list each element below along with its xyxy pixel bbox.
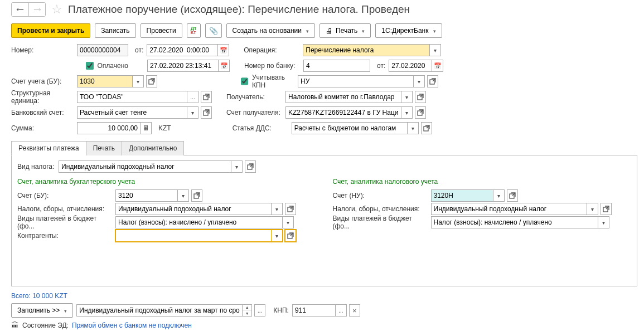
- paid-checkbox[interactable]: [86, 62, 94, 70]
- kpn-nu-open[interactable]: [427, 75, 438, 87]
- tax-kind-open[interactable]: [245, 160, 256, 173]
- budget-a-input[interactable]: [115, 216, 283, 228]
- number-input[interactable]: [77, 44, 128, 56]
- recipient-account-input[interactable]: [285, 106, 401, 119]
- budget-b-dropdown[interactable]: ▾: [598, 216, 609, 228]
- calc-icon: [143, 124, 149, 132]
- create-based-button[interactable]: Создать на основании: [226, 23, 316, 38]
- date-input[interactable]: [147, 44, 218, 56]
- acct-bu-dropdown[interactable]: ▾: [178, 189, 189, 202]
- taxes-a-input[interactable]: [115, 203, 272, 215]
- contr-dropdown[interactable]: ▾: [272, 230, 283, 242]
- recipient-account-dropdown[interactable]: ▾: [401, 106, 413, 119]
- taxes-b-input[interactable]: [431, 203, 587, 215]
- clear-icon: [352, 306, 357, 315]
- amount-input[interactable]: [77, 122, 141, 134]
- arrow-left-icon: [16, 5, 24, 14]
- knp-input[interactable]: [292, 304, 336, 317]
- recipient-input[interactable]: [285, 91, 401, 103]
- taxes-a-dropdown[interactable]: ▾: [272, 203, 283, 215]
- fill-button[interactable]: Заполнить >>: [11, 303, 73, 318]
- bank-account-dropdown[interactable]: ▾: [187, 106, 198, 119]
- kpn-nu-dropdown[interactable]: ▾: [414, 75, 425, 87]
- direct-bank-button[interactable]: 1С:ДиректБанк: [375, 23, 442, 38]
- acct-nu-open[interactable]: [507, 189, 518, 202]
- open-ext-icon: [429, 78, 436, 85]
- tab-print[interactable]: Печать: [86, 141, 122, 155]
- bank-account-open[interactable]: [201, 106, 212, 119]
- fill-spinner[interactable]: ▲▼: [243, 304, 252, 317]
- operation-input[interactable]: [303, 44, 430, 56]
- section-nu-title: Счет, аналитика налогового учета: [333, 178, 632, 186]
- knp-clear[interactable]: [349, 304, 360, 317]
- dds-open[interactable]: [421, 122, 432, 134]
- recipient-account-label: Счет получателя:: [226, 109, 282, 116]
- ed-status-label: Состояние ЭД:: [22, 322, 69, 329]
- nav-buttons: [11, 2, 46, 17]
- bank-account-label: Банковский счет:: [11, 109, 74, 116]
- contr-input[interactable]: [115, 230, 272, 242]
- amount-calc-button[interactable]: [141, 122, 152, 134]
- dds-input[interactable]: [292, 122, 408, 134]
- account-bu-input[interactable]: [77, 75, 133, 87]
- acct-bu-open[interactable]: [191, 189, 202, 202]
- contr-open[interactable]: [285, 230, 296, 242]
- fill-value-input[interactable]: [76, 304, 243, 317]
- budget-b-input[interactable]: [431, 216, 598, 228]
- account-bu-dropdown[interactable]: ▾: [133, 75, 144, 87]
- ed-status-link[interactable]: Прямой обмен с банком не подключен: [72, 322, 192, 329]
- taxes-b-open[interactable]: [601, 203, 612, 215]
- tab-requisites[interactable]: Реквизиты платежа: [11, 141, 86, 155]
- post-button[interactable]: Провести: [141, 23, 182, 38]
- bank-date-input[interactable]: [389, 60, 432, 72]
- recipient-open[interactable]: [415, 91, 426, 103]
- budget-b-label: Виды платежей в бюджет (фо...: [333, 215, 428, 230]
- struct-unit-dots[interactable]: [187, 91, 198, 103]
- bank-number-input[interactable]: [303, 60, 370, 72]
- calendar-icon: [434, 62, 442, 70]
- save-button[interactable]: Записать: [95, 23, 135, 38]
- kpn-checkbox[interactable]: [241, 77, 248, 85]
- budget-a-dropdown[interactable]: ▾: [283, 216, 294, 228]
- from-label-1: от:: [135, 46, 143, 54]
- acct-nu-input[interactable]: [431, 189, 493, 202]
- spin-down-icon: ▼: [243, 310, 251, 316]
- acct-nu-dropdown[interactable]: ▾: [493, 189, 505, 202]
- fill-dots[interactable]: [254, 304, 265, 317]
- kpn-nu-input[interactable]: [298, 75, 414, 87]
- bank-date-calendar-button[interactable]: [432, 60, 443, 72]
- calendar-icon: [220, 47, 227, 54]
- tab-additional[interactable]: Дополнительно: [122, 141, 184, 155]
- tax-kind-input[interactable]: [59, 160, 231, 173]
- post-and-close-button[interactable]: Провести и закрыть: [11, 23, 90, 38]
- taxes-a-open[interactable]: [285, 203, 296, 215]
- paid-date-input[interactable]: [147, 60, 219, 72]
- open-ext-icon: [603, 206, 609, 212]
- account-bu-open[interactable]: [146, 75, 157, 87]
- favorite-star-icon[interactable]: ☆: [51, 2, 62, 17]
- open-ext-icon: [203, 109, 210, 116]
- open-ext-icon: [193, 192, 200, 199]
- dt-kt-button[interactable]: ДтКт: [187, 23, 201, 38]
- back-button[interactable]: [12, 3, 28, 16]
- taxes-b-dropdown[interactable]: ▾: [587, 203, 598, 215]
- open-ext-icon: [417, 94, 424, 100]
- attach-button[interactable]: [205, 23, 222, 38]
- acct-bu-input[interactable]: [115, 189, 178, 202]
- paid-date-calendar-button[interactable]: [219, 60, 230, 72]
- struct-unit-open[interactable]: [201, 91, 212, 103]
- forward-button[interactable]: [28, 3, 45, 16]
- bank-account-input[interactable]: [77, 106, 187, 119]
- print-button[interactable]: Печать: [319, 23, 371, 38]
- knp-label: КНП:: [273, 306, 289, 314]
- dds-dropdown[interactable]: ▾: [408, 122, 419, 134]
- knp-dots[interactable]: [336, 304, 347, 317]
- struct-unit-input[interactable]: [77, 91, 187, 103]
- recipient-account-open[interactable]: [415, 106, 426, 119]
- recipient-dropdown[interactable]: ▾: [401, 91, 413, 103]
- open-ext-icon: [509, 192, 516, 199]
- open-ext-icon: [423, 125, 430, 132]
- operation-dropdown-button[interactable]: ▾: [430, 44, 441, 56]
- tax-kind-dropdown[interactable]: ▾: [231, 160, 243, 173]
- date-calendar-button[interactable]: [218, 44, 229, 56]
